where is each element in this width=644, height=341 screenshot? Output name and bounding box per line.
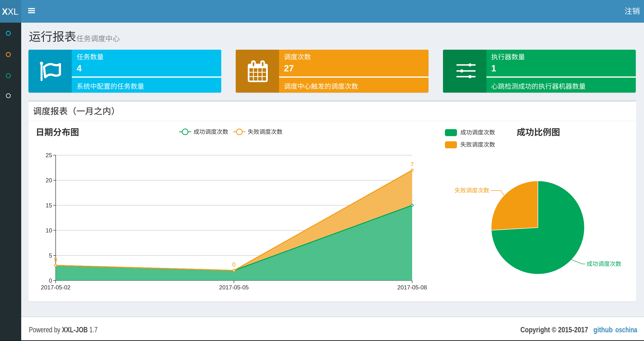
svg-text:1: 1 bbox=[491, 64, 496, 73]
svg-text:5: 5 bbox=[49, 252, 52, 259]
svg-text:25: 25 bbox=[46, 152, 52, 158]
svg-text:15: 15 bbox=[46, 202, 52, 209]
svg-text:20: 20 bbox=[46, 177, 52, 184]
svg-text:0: 0 bbox=[49, 277, 52, 284]
svg-text:10: 10 bbox=[46, 227, 52, 234]
svg-text:2017-05-05: 2017-05-05 bbox=[219, 284, 249, 291]
svg-text:0: 0 bbox=[232, 261, 236, 268]
svg-text:7: 7 bbox=[410, 161, 414, 168]
svg-text:2017-05-02: 2017-05-02 bbox=[41, 284, 70, 291]
svg-text:0: 0 bbox=[54, 256, 57, 263]
svg-text:27: 27 bbox=[284, 64, 294, 73]
svg-text:2017-05-08: 2017-05-08 bbox=[398, 284, 427, 291]
svg-text:githuboschina: githuboschina bbox=[594, 325, 637, 334]
svg-text:4: 4 bbox=[77, 64, 82, 73]
svg-text:XXL: XXL bbox=[2, 7, 18, 17]
svg-text:Copyright © 2015-2017: Copyright © 2015-2017 bbox=[520, 325, 588, 334]
svg-text:Powered by XXL-JOB 1.7: Powered by XXL-JOB 1.7 bbox=[29, 325, 98, 334]
